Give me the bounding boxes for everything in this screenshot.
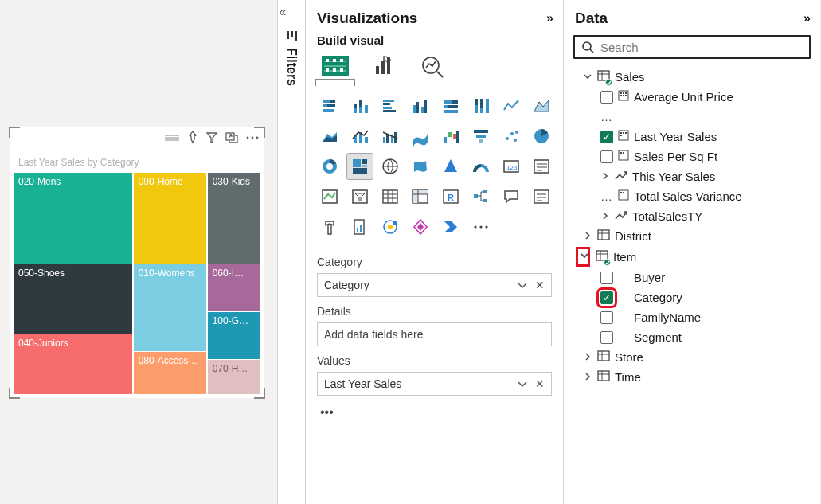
tile-home[interactable]: 090-Home [134, 173, 206, 264]
clustered-column-icon[interactable] [408, 93, 433, 119]
tile-groceries[interactable]: 100-G… [208, 312, 260, 358]
field-familyname[interactable]: FamilyName [573, 307, 814, 327]
mode-format-icon[interactable] [373, 55, 397, 77]
line-clustered-column-icon[interactable] [377, 123, 403, 149]
checkbox[interactable] [600, 91, 613, 104]
kpi-icon[interactable] [317, 184, 342, 209]
field-category[interactable]: Category [573, 287, 814, 307]
field-total-sales-variance[interactable]: … Total Sales Variance [573, 186, 814, 206]
chevron-right-icon[interactable] [600, 171, 610, 182]
scatter-icon[interactable] [498, 123, 524, 149]
slicer-icon[interactable] [347, 184, 373, 209]
clustered-bar-icon[interactable] [377, 93, 403, 119]
stacked-column-icon[interactable] [347, 93, 373, 119]
checkbox-checked[interactable] [600, 131, 613, 143]
details-well[interactable]: Add data fields here [317, 322, 552, 346]
paginated-report-icon[interactable] [347, 214, 373, 240]
more-options-icon[interactable]: ••• [306, 396, 563, 429]
field-this-year-sales[interactable]: This Year Sales [573, 166, 814, 186]
field-last-year-sales[interactable]: Last Year Sales [573, 127, 814, 147]
tile-juniors[interactable]: 040-Juniors [14, 334, 132, 394]
field-avg-unit-price[interactable]: Average Unit Price [573, 87, 814, 107]
collapse-viz-icon[interactable]: » [546, 11, 553, 25]
checkbox[interactable] [600, 331, 613, 344]
area-chart-icon[interactable] [529, 93, 554, 119]
power-apps-icon[interactable] [408, 214, 433, 240]
tile-mens[interactable]: 020-Mens [14, 173, 132, 264]
filter-icon[interactable] [206, 132, 217, 143]
resize-handle-tl[interactable] [9, 127, 20, 138]
table-time[interactable]: Time [573, 367, 814, 387]
line-stacked-column-icon[interactable] [347, 123, 373, 149]
gauge-icon[interactable] [468, 154, 494, 179]
stacked-bar-icon[interactable] [317, 93, 342, 119]
chevron-right-icon[interactable] [583, 352, 592, 363]
card-icon[interactable]: 123 [498, 154, 524, 179]
field-buyer[interactable]: Buyer [573, 268, 814, 287]
mode-fields-icon[interactable] [322, 56, 349, 76]
chevron-right-icon[interactable] [583, 372, 592, 383]
table-item[interactable]: Item [573, 246, 814, 268]
treemap-chart[interactable]: 020-Mens 050-Shoes 040-Juniors 090-Home … [14, 173, 260, 394]
table-district[interactable]: District [573, 226, 814, 246]
r-visual-icon[interactable]: R [438, 184, 463, 209]
pie-icon[interactable] [529, 123, 554, 149]
smart-narrative-icon[interactable] [529, 184, 554, 209]
funnel-icon[interactable] [468, 123, 494, 149]
power-automate-icon[interactable] [438, 214, 463, 240]
mode-analytics-icon[interactable] [420, 55, 444, 77]
field-sales-per-sqft[interactable]: Sales Per Sq Ft [573, 147, 814, 166]
filled-map-icon[interactable] [408, 154, 433, 179]
table-sales[interactable]: Sales [573, 67, 814, 87]
more-visuals-icon[interactable] [468, 214, 494, 240]
goals-icon[interactable] [317, 214, 342, 240]
search-input[interactable] [599, 40, 803, 55]
checkbox[interactable] [600, 272, 613, 284]
tile-kids[interactable]: 030-Kids [208, 173, 260, 264]
chevron-right-icon[interactable] [583, 231, 592, 242]
chevron-down-icon[interactable] [583, 72, 592, 83]
remove-field-icon[interactable]: ✕ [535, 377, 545, 390]
treemap-icon[interactable] [347, 154, 373, 179]
table-store[interactable]: Store [573, 347, 814, 367]
checkbox-checked[interactable] [600, 291, 613, 304]
search-field[interactable] [573, 35, 811, 59]
chevron-down-icon[interactable] [578, 249, 588, 264]
focus-mode-icon[interactable] [225, 132, 238, 143]
chevron-down-icon[interactable] [518, 279, 527, 291]
expand-filters-icon[interactable]: « [278, 5, 287, 19]
tile-shoes[interactable]: 050-Shoes [14, 264, 132, 333]
filters-pane-collapsed[interactable]: « Filters [277, 0, 306, 504]
checkbox[interactable] [600, 150, 613, 163]
azure-map-icon[interactable] [438, 154, 463, 179]
tile-accessories[interactable]: 080-Accesso… [134, 352, 206, 394]
ribbon-chart-icon[interactable] [408, 123, 433, 149]
tile-intimate[interactable]: 060-I… [208, 264, 260, 311]
chevron-right-icon[interactable] [600, 211, 610, 222]
drag-handle-icon[interactable] [165, 135, 179, 141]
values-well[interactable]: Last Year Sales ✕ [317, 372, 552, 396]
stacked-area-icon[interactable] [317, 123, 342, 149]
remove-field-icon[interactable]: ✕ [535, 279, 545, 291]
more-fields-icon[interactable]: … [573, 107, 814, 127]
category-well[interactable]: Category ✕ [317, 273, 552, 297]
field-segment[interactable]: Segment [573, 327, 814, 347]
line-chart-icon[interactable] [498, 93, 524, 119]
matrix-icon[interactable] [408, 184, 433, 209]
field-totalsales-ty[interactable]: TotalSalesTY [573, 206, 814, 226]
100pct-column-icon[interactable] [468, 93, 494, 119]
waterfall-icon[interactable] [438, 123, 463, 149]
100pct-bar-icon[interactable] [438, 93, 463, 119]
more-options-icon[interactable] [246, 135, 259, 140]
qna-icon[interactable] [498, 184, 524, 209]
checkbox[interactable] [600, 311, 613, 324]
tile-hosiery[interactable]: 070-H… [208, 360, 260, 394]
pin-icon[interactable] [187, 131, 198, 144]
decomposition-tree-icon[interactable] [468, 184, 494, 209]
report-visual-card[interactable]: Last Year Sales by Category 020-Mens 050… [10, 127, 264, 398]
tile-womens[interactable]: 010-Womens [134, 264, 206, 350]
map-icon[interactable] [377, 154, 403, 179]
collapse-data-icon[interactable]: » [803, 11, 811, 25]
table-icon[interactable] [377, 184, 403, 209]
multirow-card-icon[interactable] [529, 154, 554, 179]
